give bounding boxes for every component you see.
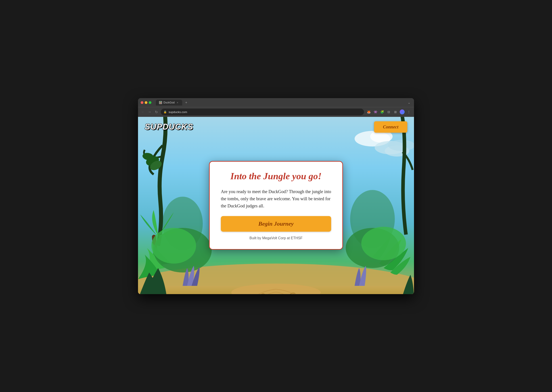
fox-icon[interactable]: 🦊 <box>366 110 371 114</box>
chevron-down-icon[interactable]: ⌄ <box>407 100 411 105</box>
title-bar: 🦆 DuckGod × + ⌄ <box>138 98 414 107</box>
maximize-button[interactable] <box>149 101 151 104</box>
new-tab-button[interactable]: + <box>183 99 189 106</box>
traffic-lights <box>141 101 151 104</box>
browser-window: 🦆 DuckGod × + ⌄ ← → ↻ 🔒 supducks.com 🦊 👾… <box>138 98 414 294</box>
modal-footer: Built by MegaVolt Corp at ETHSF <box>221 236 331 240</box>
tab-favicon: 🦆 <box>159 101 162 104</box>
journey-modal: Into the Jungle you go! Are you ready to… <box>209 161 343 250</box>
puzzle-icon[interactable]: 🧩 <box>380 110 385 114</box>
reload-button[interactable]: ↻ <box>154 110 159 114</box>
modal-overlay: Into the Jungle you go! Are you ready to… <box>138 117 414 294</box>
discord-icon[interactable]: 👾 <box>373 110 378 114</box>
profile-avatar[interactable] <box>400 110 405 114</box>
page-content: SUPDUCKS Connect Into the Jungle you go!… <box>138 117 414 294</box>
begin-journey-button[interactable]: Begin Journey <box>221 216 331 232</box>
forward-button[interactable]: → <box>147 110 152 114</box>
tab-title: DuckGod <box>163 101 175 104</box>
menu-icon[interactable]: ⋮ <box>407 110 411 114</box>
layout-icon[interactable]: ⊞ <box>393 110 398 114</box>
address-bar: ← → ↻ 🔒 supducks.com 🦊 👾 🧩 ⊟ ⊞ ⋮ <box>138 107 414 117</box>
address-bar-extensions: 🦊 👾 🧩 ⊟ ⊞ ⋮ <box>366 110 411 114</box>
extensions-icon[interactable]: ⊟ <box>386 110 391 114</box>
url-bar[interactable]: 🔒 supducks.com <box>161 109 364 115</box>
modal-title: Into the Jungle you go! <box>221 171 331 182</box>
active-tab[interactable]: 🦆 DuckGod × <box>156 100 182 105</box>
tab-close-button[interactable]: × <box>176 101 179 104</box>
title-bar-right: ⌄ <box>407 100 411 105</box>
close-button[interactable] <box>141 101 143 104</box>
lock-icon: 🔒 <box>163 110 167 113</box>
minimize-button[interactable] <box>145 101 147 104</box>
modal-body: Are you ready to meet the DuckGod? Throu… <box>221 188 331 209</box>
tab-area: 🦆 DuckGod × + <box>156 99 189 106</box>
back-button[interactable]: ← <box>141 110 145 114</box>
url-text: supducks.com <box>169 110 187 114</box>
